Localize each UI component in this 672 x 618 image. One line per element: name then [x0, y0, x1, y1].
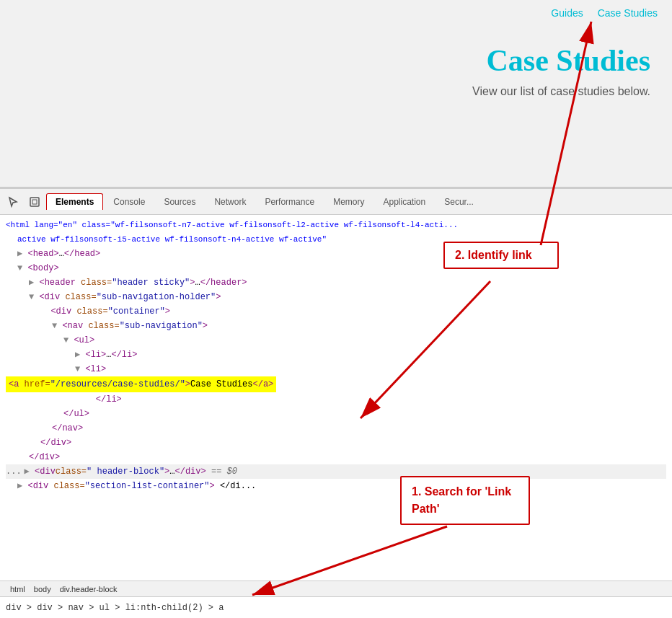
- devtools-panel: Elements Console Sources Network Perform…: [0, 187, 672, 618]
- page-title: Case Studies: [472, 43, 650, 78]
- html-line-body: ▼ <body>: [6, 261, 666, 275]
- html-line-anchor: <a href="/resources/case-studies/">Case …: [6, 376, 276, 392]
- box-icon[interactable]: [25, 192, 45, 212]
- browser-viewport: Guides Case Studies Case Studies View ou…: [0, 0, 672, 187]
- devtools-selectorbar[interactable]: div > div > nav > ul > li:nth-child(2) >…: [0, 596, 672, 618]
- tab-console[interactable]: Console: [105, 194, 154, 210]
- html-line-2: active wf-filsonsoft-i5-active wf-filson…: [6, 232, 666, 247]
- breadcrumb-div-header-block[interactable]: div.header-block: [56, 583, 122, 595]
- page-subtitle: View our list of case studies below.: [472, 85, 650, 98]
- html-line-li2: ▼ <li>: [6, 362, 666, 376]
- cursor-icon[interactable]: [3, 192, 23, 212]
- html-line-header-block[interactable]: ... ▶ <div class=" header-block">…</div>…: [6, 464, 666, 479]
- html-line-div-subnav-holder: ▼ <div class="sub-navigation-holder">: [6, 290, 666, 304]
- devtools-statusbar: html body div.header-block: [0, 581, 672, 596]
- breadcrumb-body[interactable]: body: [30, 583, 56, 595]
- svg-rect-1: [32, 200, 37, 204]
- devtools-toolbar: Elements Console Sources Network Perform…: [0, 189, 672, 215]
- html-line-div-container: <div class="container">: [6, 304, 666, 319]
- html-line-div-holder-close: </div>: [6, 450, 666, 464]
- html-line-ul: ▼ <ul>: [6, 333, 666, 348]
- tab-application[interactable]: Application: [374, 194, 434, 210]
- html-line-nav-close: </nav>: [6, 421, 666, 436]
- breadcrumb-html[interactable]: html: [6, 583, 30, 595]
- tab-performance[interactable]: Performance: [256, 194, 323, 210]
- html-line-ul-close: </ul>: [6, 407, 666, 421]
- guides-link[interactable]: Guides: [551, 7, 583, 19]
- html-line-nav: ▼ <nav class="sub-navigation">: [6, 319, 666, 333]
- html-line-li2-close: </li>: [6, 392, 666, 407]
- selector-text: div > div > nav > ul > li:nth-child(2) >…: [6, 603, 224, 613]
- html-line-section-list: ▶ <div class="section-list-container"> <…: [6, 479, 666, 493]
- tab-sources[interactable]: Sources: [155, 194, 204, 210]
- html-line-head: ▶ <head>…</head>: [6, 247, 666, 261]
- page-content: Case Studies View our list of case studi…: [472, 43, 650, 98]
- nav-links: Guides Case Studies: [551, 7, 658, 19]
- tab-memory[interactable]: Memory: [324, 194, 373, 210]
- html-line-div-container-close: </div>: [6, 436, 666, 450]
- tab-elements[interactable]: Elements: [46, 193, 103, 210]
- svg-rect-0: [30, 198, 39, 206]
- case-studies-link[interactable]: Case Studies: [598, 7, 658, 19]
- html-line-li1: ▶ <li>…</li>: [6, 348, 666, 362]
- html-line-header: ▶ <header class="header sticky">…</heade…: [6, 275, 666, 290]
- tab-security[interactable]: Secur...: [436, 194, 482, 210]
- html-line-1: <html lang="en" class="wf-filsonsoft-n7-…: [6, 218, 666, 232]
- devtools-html-content: <html lang="en" class="wf-filsonsoft-n7-…: [0, 215, 672, 581]
- tab-network[interactable]: Network: [205, 194, 255, 210]
